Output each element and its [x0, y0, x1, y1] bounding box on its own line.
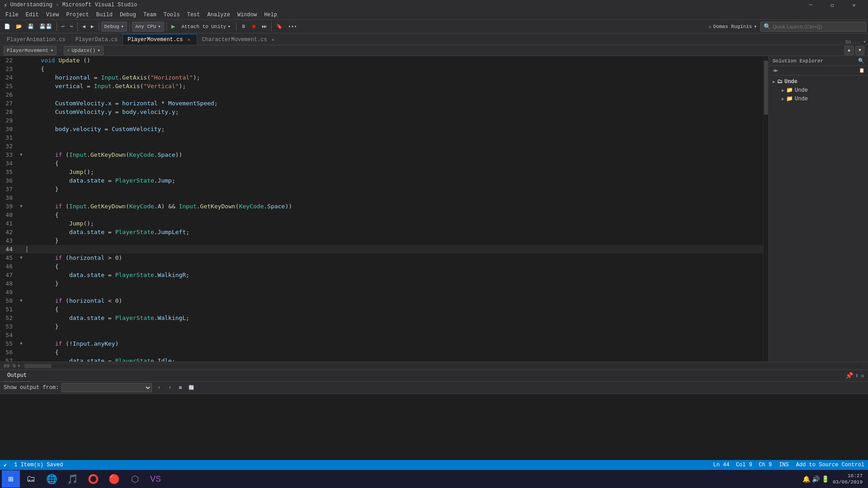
- taskbar-explorer[interactable]: 🗂: [21, 470, 41, 488]
- taskbar-unity[interactable]: ⬡: [125, 470, 145, 488]
- sol-item-2[interactable]: ▶ 📁 Unde: [769, 94, 868, 103]
- menu-window[interactable]: Window: [234, 10, 260, 20]
- tray-volume[interactable]: 🔊: [812, 475, 820, 483]
- pin-btn[interactable]: 📌: [845, 372, 853, 380]
- nav-scroll-up[interactable]: ▲: [844, 46, 854, 55]
- line-number: 30: [0, 125, 16, 133]
- menu-file[interactable]: File: [2, 10, 22, 20]
- menu-test[interactable]: Test: [184, 10, 204, 20]
- stop-btn[interactable]: ⏹: [249, 21, 259, 32]
- pause-btn[interactable]: ⏸: [239, 21, 248, 32]
- method-dropdown[interactable]: ⚡ Update() ▾: [64, 46, 104, 55]
- menu-debug[interactable]: Debug: [116, 10, 140, 20]
- gutter[interactable]: ▼: [18, 150, 25, 159]
- start-button[interactable]: ⊞: [2, 470, 20, 488]
- toolbar-sep-7: [271, 22, 272, 31]
- quick-search-input[interactable]: [773, 24, 863, 29]
- save-btn[interactable]: 💾: [25, 21, 36, 32]
- save-all-btn[interactable]: 💾💾: [37, 21, 54, 32]
- more-btn[interactable]: •••: [286, 21, 299, 32]
- restore-button[interactable]: ◻: [822, 0, 843, 10]
- tab-player-animation[interactable]: PlayerAnimation.cs: [2, 34, 71, 45]
- menu-analyze[interactable]: Analyze: [204, 10, 234, 20]
- taskbar: ⊞ 🗂 🌐 🎵 ⭕ 🔴 ⬡ VS 🔔 🔊 🔋 16:27 03/06/2019: [0, 470, 868, 488]
- taskbar-browser-ie[interactable]: 🌐: [42, 470, 61, 488]
- tab-character-movement[interactable]: CharacterMovement.cs ✕: [197, 34, 281, 45]
- taskbar-chrome[interactable]: ⭕: [83, 470, 103, 488]
- output-tool-2[interactable]: ⬇: [165, 384, 174, 392]
- line-number: 32: [0, 142, 16, 150]
- output-source-dropdown[interactable]: [61, 383, 152, 392]
- forward-btn[interactable]: ▶: [89, 21, 96, 32]
- editor-scrollbar[interactable]: [763, 56, 769, 361]
- undo-btn[interactable]: ↩: [59, 21, 67, 32]
- menu-edit[interactable]: Edit: [22, 10, 42, 20]
- menu-build[interactable]: Build: [93, 10, 116, 20]
- tab-label: CharacterMovement.cs: [202, 37, 267, 43]
- code-lines-container[interactable]: 22 void Update ()23 {24 horizontal = Inp…: [0, 56, 763, 361]
- cpu-label: Any CPU: [135, 24, 156, 29]
- output-tool-4[interactable]: 🔄: [187, 384, 195, 392]
- tray-network[interactable]: 🔔: [802, 475, 810, 483]
- output-content: [0, 394, 868, 460]
- solution-explorer-btn-search[interactable]: 🔍: [858, 58, 864, 64]
- gutter: [18, 99, 25, 108]
- menu-project[interactable]: Project: [62, 10, 92, 20]
- code-line-33: 33▼ if (Input.GetKeyDown(KeyCode.Space)): [0, 150, 763, 159]
- gutter[interactable]: ▼: [18, 253, 25, 262]
- menu-tools[interactable]: Tools: [160, 10, 184, 20]
- minimize-button[interactable]: ─: [800, 0, 821, 10]
- play-icon[interactable]: ▶: [169, 21, 177, 32]
- tab-close-character-movement[interactable]: ✕: [270, 37, 276, 43]
- gutter[interactable]: ▼: [18, 296, 25, 305]
- output-tab[interactable]: Output: [4, 370, 30, 382]
- menu-view[interactable]: View: [42, 10, 63, 20]
- new-project-btn[interactable]: 📄: [2, 21, 13, 32]
- taskbar-vs[interactable]: VS: [146, 470, 165, 488]
- code-line-28: 28 CustomVelocity.y = body.velocity.y;: [0, 108, 763, 116]
- tab-player-movement[interactable]: PlayerMovement.cs ✕: [123, 34, 197, 45]
- redo-btn[interactable]: ↪: [68, 21, 75, 32]
- close-button[interactable]: ✕: [844, 0, 864, 10]
- toolbar-sep-3: [99, 22, 99, 31]
- back-btn[interactable]: ◀: [80, 21, 88, 32]
- code-text: horizontal = Input.GetAxis("Horizontal")…: [25, 73, 763, 82]
- taskbar-app1[interactable]: 🔴: [104, 470, 124, 488]
- add-source-control[interactable]: Add to Source Control: [796, 462, 864, 468]
- open-btn[interactable]: 📂: [14, 21, 24, 32]
- output-tool-3[interactable]: ⏹: [176, 384, 184, 392]
- gutter: [18, 65, 25, 73]
- code-text: vertical = Input.GetAxis("Vertical");: [25, 82, 763, 90]
- quick-search-box[interactable]: 🔍: [760, 22, 866, 32]
- gutter[interactable]: ▼: [18, 339, 25, 348]
- tab-close-player-movement[interactable]: ✕: [186, 37, 192, 43]
- tab-player-data[interactable]: PlayerData.cs: [71, 34, 123, 45]
- taskbar-media[interactable]: 🎵: [62, 470, 82, 488]
- float-btn[interactable]: ⬆: [855, 372, 859, 380]
- close-output-btn[interactable]: ✕: [861, 372, 864, 380]
- debug-config-dropdown[interactable]: Debug ▾: [101, 22, 127, 32]
- gutter: [18, 271, 25, 279]
- menu-help[interactable]: Help: [260, 10, 281, 20]
- gutter: [18, 305, 25, 314]
- output-tool-1[interactable]: ⬆: [155, 384, 163, 392]
- toolbar-sep-2: [77, 22, 78, 31]
- code-line-39: 39▼ if (Input.GetKeyDown(KeyCode.A) && I…: [0, 202, 763, 211]
- gutter[interactable]: ▼: [18, 202, 25, 211]
- sol-item-1[interactable]: ▶ 📁 Unde: [769, 86, 868, 94]
- sol-root[interactable]: ▶ 🗂 Unde: [769, 77, 868, 86]
- sol-show-files-btn[interactable]: 📋: [859, 68, 864, 73]
- main-toolbar: 📄 📂 💾 💾💾 ↩ ↪ ◀ ▶ Debug ▾ Any CPU ▾ ▶ Att…: [0, 20, 868, 33]
- namespace-dropdown[interactable]: PlayerMovement ▾: [4, 46, 57, 55]
- sol-collapse-btn[interactable]: ◀▶: [773, 68, 778, 73]
- step-btn[interactable]: ⏭: [259, 21, 269, 32]
- code-text: }: [25, 279, 763, 288]
- gutter: [18, 228, 25, 236]
- cpu-dropdown[interactable]: Any CPU ▾: [132, 22, 164, 32]
- attach-to-unity-button[interactable]: Attach to Unity ▾: [178, 21, 234, 32]
- bookmark-btn[interactable]: 🔖: [274, 21, 285, 32]
- nav-scroll-down[interactable]: ▼: [855, 46, 864, 55]
- tray-battery[interactable]: 🔋: [821, 475, 829, 483]
- menu-team[interactable]: Team: [140, 10, 160, 20]
- horizontal-scrollbar[interactable]: [24, 364, 863, 368]
